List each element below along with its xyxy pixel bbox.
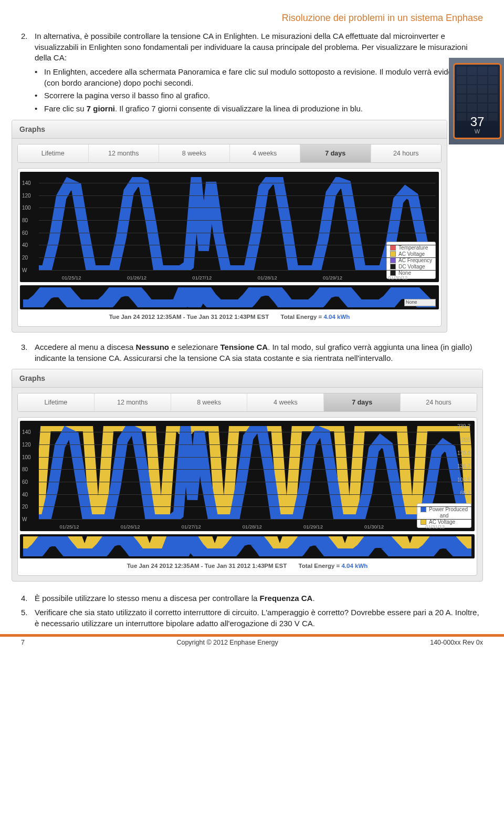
list-item-5: 5. Verificare che sia stato utilizzato i…: [21, 607, 483, 629]
doc-header-title: Risoluzione dei problemi in un sistema E…: [21, 13, 483, 24]
tab-8-weeks[interactable]: 8 weeks: [159, 144, 230, 162]
list-item-2: 2. In alternativa, è possibile controlla…: [21, 31, 483, 64]
tab-24-hours[interactable]: 24 hours: [401, 393, 477, 411]
list-item-4: 4. È possibile utilizzare lo stesso menu…: [21, 593, 483, 604]
tab-4-weeks[interactable]: 4 weeks: [247, 393, 324, 411]
tab-7-days[interactable]: 7 days: [324, 393, 401, 411]
graphs-tabs: Lifetime12 months8 weeks4 weeks7 days24 …: [17, 144, 442, 163]
chart-main-2: 239.2205170.8136.7102.568.334.2Volts Pow…: [20, 421, 475, 531]
module-unit: W: [475, 128, 480, 134]
chart-main-1: TemperatureAC VoltageAC FrequencyDC Volt…: [20, 172, 439, 282]
tab-12-months[interactable]: 12 months: [94, 393, 171, 411]
tab-8-weeks[interactable]: 8 weeks: [171, 393, 248, 411]
tab-7-days[interactable]: 7 days: [300, 144, 371, 162]
list-num: 2.: [21, 31, 35, 64]
chart-overview-2[interactable]: [20, 534, 475, 558]
list-item-3: 3. Accedere al menu a discesa Nessuno e …: [21, 342, 483, 364]
tab-4-weeks[interactable]: 4 weeks: [230, 144, 301, 162]
doc-footer: 7 Copyright © 2012 Enphase Energy 140-00…: [21, 639, 483, 651]
footer-rule: [0, 634, 504, 637]
bullet: •In Enlighten, accedere alla schermata P…: [35, 67, 483, 88]
graphs-title: Graphs: [12, 369, 482, 388]
bullet: •Scorrere la pagina verso il basso fino …: [35, 90, 483, 101]
list-body: In alternativa, è possibile controllare …: [35, 31, 483, 64]
module-thumbnail[interactable]: 37 W: [449, 58, 504, 144]
tab-lifetime[interactable]: Lifetime: [18, 393, 94, 411]
graphs-title: Graphs: [12, 120, 447, 139]
chart-overview-1[interactable]: None: [20, 285, 439, 309]
chart-footer: Tue Jan 24 2012 12:35AM - Tue Jan 31 201…: [20, 309, 439, 324]
chart-legend-1[interactable]: TemperatureAC VoltageAC FrequencyDC Volt…: [386, 242, 436, 279]
graphs-tabs: Lifetime12 months8 weeks4 weeks7 days24 …: [17, 393, 477, 412]
bullet: • Fare clic su 7 giorni. Il grafico 7 gi…: [35, 103, 483, 115]
tab-24-hours[interactable]: 24 hours: [371, 144, 442, 162]
chart-footer: Tue Jan 24 2012 12:35AM - Tue Jan 31 201…: [20, 558, 475, 573]
graphs-panel-2: Graphs Lifetime12 months8 weeks4 weeks7 …: [12, 369, 483, 582]
graphs-panel-1: Graphs Lifetime12 months8 weeks4 weeks7 …: [12, 120, 447, 333]
dropdown-none[interactable]: None: [404, 299, 436, 306]
tab-12-months[interactable]: 12 months: [89, 144, 160, 162]
tab-lifetime[interactable]: Lifetime: [18, 144, 89, 162]
